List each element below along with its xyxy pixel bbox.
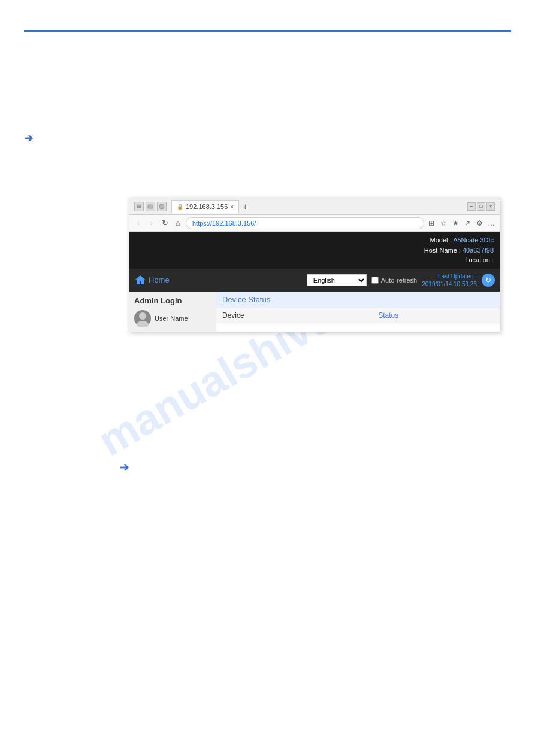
col-status: Status (372, 308, 500, 323)
reader-mode-icon[interactable]: ⊞ (427, 218, 436, 228)
restore-button[interactable]: □ (477, 202, 485, 211)
refresh-page-button[interactable]: ↻ (482, 274, 495, 287)
hostname-value: 40a637f98 (463, 247, 494, 254)
last-updated-value: 2019/01/14 10:59:26 (422, 280, 477, 288)
auto-refresh-control: Auto-refresh (371, 277, 418, 284)
collections-icon[interactable]: ★ (451, 218, 460, 228)
tab-bar: 🔒 192.168.3.156 × + (171, 200, 465, 213)
browser-content: Model : A5Ncafe 3Dfc Host Name : 40a637f… (129, 232, 500, 332)
browser-titlebar: 🔒 192.168.3.156 × + − □ × (129, 198, 500, 215)
user-icon-row: User Name (134, 310, 211, 327)
right-panel: Device Status Device Status (216, 292, 500, 332)
left-panel: Admin Login User Name (129, 292, 216, 332)
titlebar-icons (134, 202, 167, 211)
svg-rect-1 (137, 204, 141, 206)
home-label: Home (149, 275, 170, 284)
device-table-header: Device Status (216, 308, 500, 323)
auto-refresh-checkbox[interactable] (371, 277, 379, 284)
model-value: A5Ncafe 3Dfc (453, 236, 494, 244)
refresh-button[interactable]: ↻ (159, 218, 170, 229)
location-label: Location : (465, 256, 494, 263)
forward-button[interactable]: › (146, 218, 157, 229)
home-button[interactable]: Home (134, 274, 170, 286)
svg-point-3 (159, 204, 164, 209)
home-nav-button[interactable]: ⌂ (173, 218, 183, 229)
address-text: https://192.168.3.156/ (192, 220, 256, 227)
hostname-label: Host Name : (424, 247, 461, 254)
language-select[interactable]: English Japanese Chinese (307, 274, 367, 286)
titlebar-icon-2 (146, 202, 155, 211)
more-icon[interactable]: … (486, 218, 496, 228)
new-tab-button[interactable]: + (240, 202, 250, 211)
browser-window: 🔒 192.168.3.156 × + − □ × ‹ › ↻ ⌂ https:… (129, 198, 500, 332)
last-updated-label: Last Updated : (422, 272, 477, 280)
svg-rect-2 (148, 205, 153, 208)
tab-close-button[interactable]: × (230, 204, 234, 210)
device-status-header: Device Status (216, 292, 500, 308)
arrow-bullet-2: ➔ (120, 461, 129, 474)
window-controls: − □ × (467, 202, 495, 211)
model-label: Model : (430, 236, 452, 244)
close-button[interactable]: × (486, 202, 495, 211)
username-label: User Name (155, 315, 188, 322)
admin-login-title: Admin Login (134, 296, 211, 305)
back-button[interactable]: ‹ (133, 218, 144, 229)
tab-title: 192.168.3.156 (186, 203, 228, 210)
main-navbar: Home English Japanese Chinese Auto-refre… (129, 269, 500, 292)
svg-point-5 (137, 321, 149, 327)
share-icon[interactable]: ↗ (463, 218, 472, 228)
home-icon (134, 274, 146, 286)
favorites-icon[interactable]: ☆ (439, 218, 448, 228)
avatar-icon (134, 310, 151, 327)
settings-icon[interactable]: ⚙ (474, 218, 484, 228)
address-bar-icons: ⊞ ☆ ★ ↗ ⚙ … (427, 218, 496, 228)
last-updated-info: Last Updated : 2019/01/14 10:59:26 (422, 272, 477, 288)
tab-favicon: 🔒 (177, 204, 183, 210)
device-info-header: Model : A5Ncafe 3Dfc Host Name : 40a637f… (129, 232, 500, 269)
browser-addressbar: ‹ › ↻ ⌂ https://192.168.3.156/ ⊞ ☆ ★ ↗ ⚙… (129, 215, 500, 232)
content-area: Admin Login User Name Device Status Devi… (129, 292, 500, 332)
user-avatar (134, 310, 151, 327)
col-device: Device (216, 308, 372, 323)
active-tab[interactable]: 🔒 192.168.3.156 × (171, 200, 239, 213)
auto-refresh-label: Auto-refresh (381, 277, 418, 284)
titlebar-icon-1 (134, 202, 144, 211)
address-bar[interactable]: https://192.168.3.156/ (186, 217, 424, 229)
titlebar-icon-3 (157, 202, 167, 211)
top-divider (24, 30, 511, 32)
minimize-button[interactable]: − (467, 202, 476, 211)
arrow-bullet-1: ➔ (24, 132, 33, 145)
svg-point-4 (139, 312, 146, 320)
